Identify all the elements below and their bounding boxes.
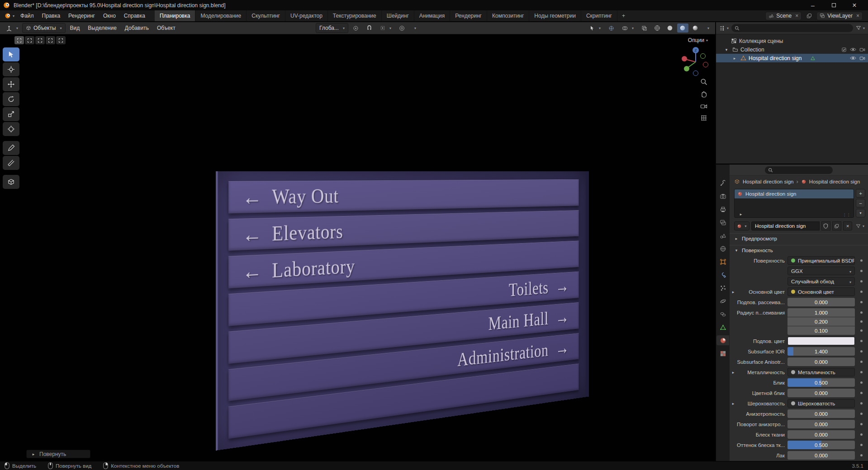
material-name-field[interactable]: Hospital direction sign	[751, 221, 820, 230]
shading-rendered-icon[interactable]	[690, 24, 701, 33]
outliner-row-collection[interactable]: Collection	[716, 45, 868, 54]
redo-panel-expander[interactable]	[30, 452, 37, 456]
menu-help[interactable]: Справка	[120, 11, 149, 21]
workspace-tab-texture-paint[interactable]: Текстурирование	[328, 10, 382, 21]
viewlayer-selector[interactable]: ViewLayer	[816, 12, 863, 20]
select-invert-icon[interactable]	[46, 36, 55, 44]
subsurface-radius-y-field[interactable]: 0.200	[787, 317, 855, 326]
tab-output[interactable]	[716, 204, 729, 214]
unlink-viewlayer-icon[interactable]	[855, 13, 859, 19]
tab-object-data[interactable]	[716, 322, 729, 332]
tab-scene[interactable]	[716, 230, 729, 240]
slot-specials-button[interactable]	[856, 209, 865, 217]
subsurface-radius-z-field[interactable]: 0.100	[787, 326, 855, 335]
viewport-menu-view[interactable]: Вид	[66, 24, 84, 33]
tab-constraints[interactable]	[716, 309, 729, 319]
animate-dot[interactable]	[855, 280, 868, 282]
workspace-tab-animation[interactable]: Анимация	[414, 10, 450, 21]
panel-expander[interactable]	[733, 248, 740, 253]
subsurface-method-select[interactable]: Случайный обход	[787, 277, 855, 286]
maximize-button[interactable]	[823, 0, 844, 10]
new-scene-icon[interactable]	[806, 13, 812, 19]
tab-view-layer[interactable]	[716, 217, 729, 227]
workspace-tab-geometry-nodes[interactable]: Ноды геометрии	[529, 10, 581, 21]
animate-dot[interactable]	[855, 371, 868, 373]
tab-particles[interactable]	[716, 283, 729, 293]
properties-search-input[interactable]	[765, 166, 833, 174]
workspace-tab-modeling[interactable]: Моделирование	[195, 10, 247, 21]
browse-material-button[interactable]	[734, 221, 749, 230]
move-tool[interactable]	[3, 77, 19, 91]
checkbox-icon[interactable]	[841, 47, 847, 52]
cursor-tool[interactable]	[3, 62, 19, 76]
workspace-tab-shading[interactable]: Шейдинг	[382, 10, 414, 21]
add-cube-tool[interactable]	[3, 175, 19, 189]
animate-dot[interactable]	[855, 301, 868, 303]
workspace-tab-layout[interactable]: Планировка	[155, 10, 196, 21]
proportional-falloff-dropdown[interactable]	[409, 25, 419, 32]
animate-dot[interactable]	[855, 381, 868, 384]
select-new-icon[interactable]	[14, 36, 24, 44]
row-expander[interactable]	[730, 290, 737, 294]
metallic-button[interactable]: Металличность	[787, 368, 855, 376]
add-workspace-button[interactable]: +	[617, 10, 630, 21]
animate-dot[interactable]	[855, 291, 868, 293]
subsurface-color-swatch[interactable]	[787, 337, 855, 345]
camera-view-icon[interactable]	[700, 103, 707, 110]
tab-render[interactable]	[716, 191, 729, 201]
annotate-tool[interactable]	[3, 141, 19, 155]
camera-visibility-icon[interactable]	[859, 56, 865, 61]
workspace-tab-scripting[interactable]: Скриптинг	[581, 10, 617, 21]
editor-type-icon[interactable]	[3, 24, 21, 33]
zoom-icon[interactable]	[700, 78, 707, 85]
mode-dropdown[interactable]: Объекты	[22, 23, 66, 33]
subsurface-radius-x-field[interactable]: 1.000	[787, 308, 855, 317]
fake-user-shield-icon[interactable]	[821, 221, 830, 230]
workspace-tab-uv[interactable]: UV-редактор	[285, 10, 328, 21]
viewport-menu-select[interactable]: Выделение	[84, 24, 120, 33]
animate-dot[interactable]	[855, 444, 868, 446]
outliner-row-object[interactable]: Hospital direction sign	[716, 54, 868, 62]
show-gizmo-icon[interactable]	[605, 24, 617, 33]
close-button[interactable]	[844, 0, 865, 10]
menu-window[interactable]: Окно	[99, 11, 120, 21]
tab-physics[interactable]	[716, 296, 729, 306]
collection-expander[interactable]	[723, 47, 730, 52]
transform-tool[interactable]	[3, 122, 19, 136]
animate-dot[interactable]	[855, 361, 868, 363]
subsurface-slider[interactable]: 0.000	[787, 298, 855, 306]
animate-dot[interactable]	[855, 402, 868, 404]
specular-tint-slider[interactable]: 0.000	[787, 389, 855, 397]
tab-object[interactable]	[716, 257, 729, 267]
scale-tool[interactable]	[3, 107, 19, 121]
specular-slider[interactable]: 0.500	[787, 378, 855, 387]
animate-dot[interactable]	[855, 270, 868, 272]
selectability-dropdown[interactable]	[586, 24, 604, 32]
proportional-editing-icon[interactable]	[396, 24, 408, 33]
tab-texture[interactable]	[716, 348, 729, 358]
anisotropic-rotation-slider[interactable]: 0.000	[787, 420, 855, 428]
tool-options-dropdown[interactable]: Опции	[685, 36, 711, 44]
menu-render[interactable]: Рендеринг	[64, 11, 99, 21]
select-intersect-icon[interactable]	[56, 36, 66, 44]
shading-solid-icon[interactable]	[664, 24, 676, 33]
tab-material[interactable]	[716, 335, 729, 345]
tab-world[interactable]	[716, 244, 729, 254]
workspace-tab-compositing[interactable]: Композитинг	[487, 10, 529, 21]
menu-edit[interactable]: Правка	[38, 11, 65, 21]
material-specials-icon[interactable]	[856, 224, 864, 229]
material-slot-item[interactable]: Hospital direction sign	[735, 189, 854, 198]
show-overlays-icon[interactable]	[619, 24, 637, 33]
unlink-scene-icon[interactable]	[794, 13, 798, 19]
eye-icon[interactable]	[850, 47, 856, 52]
3d-viewport[interactable]: Объекты Вид Выделение Добавить Объект Гл…	[0, 22, 715, 461]
snap-magnet-icon[interactable]	[363, 24, 375, 33]
resize-grip-icon[interactable]	[843, 212, 851, 217]
animate-dot[interactable]	[855, 413, 868, 415]
shading-dropdown[interactable]	[702, 25, 712, 32]
outliner-editor-icon[interactable]	[719, 25, 729, 31]
panel-surface[interactable]: Поверхность	[730, 245, 868, 255]
new-material-copy-icon[interactable]	[832, 221, 841, 230]
animate-dot[interactable]	[855, 454, 868, 456]
pan-hand-icon[interactable]	[700, 90, 707, 98]
